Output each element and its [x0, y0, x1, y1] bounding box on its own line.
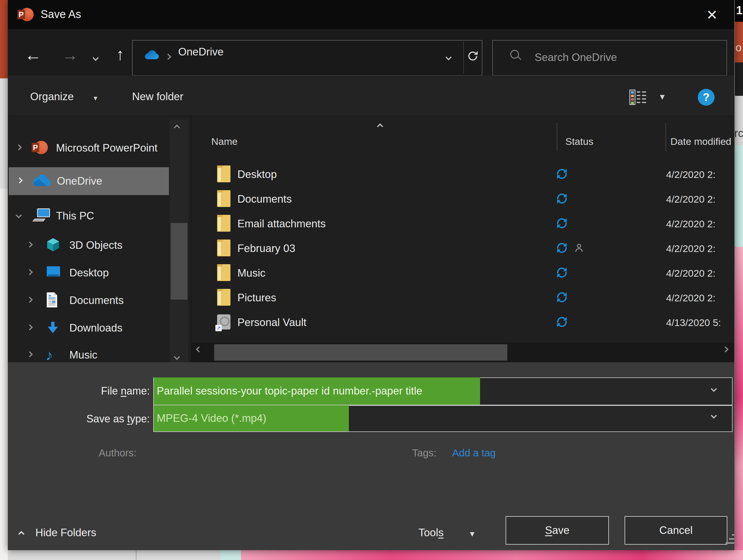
date-modified: 4/2/2020 2:: [666, 218, 715, 229]
file-row-pictures[interactable]: Pictures4/2/2020 2:: [191, 285, 734, 310]
up-icon[interactable]: ↑: [116, 46, 124, 63]
save-as-type-dropdown-icon[interactable]: [712, 414, 716, 419]
chevron-right-icon[interactable]: [28, 243, 32, 248]
organize-button[interactable]: Organize: [30, 91, 74, 103]
back-icon[interactable]: ←: [25, 46, 42, 63]
sidebar-item-label: Desktop: [70, 267, 109, 279]
forward-icon: →: [61, 46, 78, 63]
shared-icon: [573, 243, 584, 255]
scroll-down-icon[interactable]: [175, 355, 179, 360]
file-row-personal-vault[interactable]: ↗Personal Vault4/13/2020 5:: [191, 310, 734, 335]
background-strip: [0, 78, 8, 189]
date-modified: 4/2/2020 2:: [666, 243, 715, 254]
file-name-input[interactable]: Parallel sessions-your topic-paper id nu…: [153, 377, 733, 405]
file-name: Documents: [237, 193, 292, 205]
file-row-documents[interactable]: Documents4/2/2020 2:: [191, 187, 734, 211]
sidebar-item-downloads[interactable]: Downloads: [8, 314, 169, 342]
background-slide-strip: [734, 145, 743, 247]
music-icon: ♪: [46, 347, 53, 362]
sidebar-item-microsoft-powerpoint[interactable]: PMicrosoft PowerPoint: [8, 134, 169, 162]
background-divider: [136, 550, 136, 560]
chevron-right-icon[interactable]: [28, 352, 32, 358]
authors-label: Authors:: [99, 447, 136, 459]
folder-icon: [217, 190, 230, 208]
background-ribbon-strip: [0, 0, 8, 78]
file-name: Email attachments: [237, 218, 325, 230]
sidebar-item-3d-objects[interactable]: 3D Objects: [8, 231, 169, 259]
tags-label: Tags:: [412, 447, 437, 459]
screen: 1 o rc P Save As ✕ ← → ↑ OneDrive: [0, 0, 743, 560]
sync-status-icon: [555, 291, 569, 305]
file-name: Music: [237, 267, 266, 279]
new-folder-button[interactable]: New folder: [132, 91, 183, 103]
sidebar-scrollbar-thumb[interactable]: [171, 223, 187, 300]
organize-dropdown-icon[interactable]: ▼: [92, 95, 99, 102]
save-as-type-highlight: MPEG-4 Video (*.mp4): [154, 405, 349, 431]
sidebar-item-documents[interactable]: Documents: [8, 287, 169, 314]
sidebar-item-onedrive[interactable]: OneDrive: [9, 167, 169, 195]
save-as-type-label: Save as type:: [69, 413, 150, 425]
sidebar-item-desktop[interactable]: Desktop: [8, 259, 169, 287]
sync-status-icon: [555, 217, 569, 231]
file-row-february-03[interactable]: February 034/2/2020 2:: [191, 236, 734, 261]
file-row-music[interactable]: Music4/2/2020 2:: [191, 261, 734, 285]
folder-icon: [217, 240, 230, 258]
background-fragment: 1: [734, 0, 743, 22]
background-strip: [8, 550, 221, 560]
chevron-right-icon[interactable]: [28, 270, 32, 275]
folder-icon: [217, 264, 230, 282]
date-modified: 4/13/2020 5:: [666, 317, 721, 328]
background-strip: [734, 62, 743, 96]
sidebar-item-label: Music: [70, 349, 97, 361]
file-name-dropdown-icon[interactable]: [712, 387, 716, 392]
cancel-button[interactable]: Cancel: [624, 516, 727, 545]
objects3d-icon: [46, 237, 61, 253]
file-name: Desktop: [237, 168, 277, 181]
downloads-icon: [46, 320, 60, 336]
chevron-right-icon[interactable]: [17, 178, 22, 184]
scroll-left-icon[interactable]: [197, 347, 201, 353]
date-modified: 4/2/2020 2:: [666, 193, 715, 205]
chevron-right-icon[interactable]: [28, 298, 32, 303]
file-name: February 03: [237, 243, 296, 255]
file-name-label: File name:: [69, 385, 150, 397]
file-name: Personal Vault: [237, 316, 306, 329]
tools-dropdown-icon[interactable]: ▼: [469, 529, 476, 539]
scroll-right-icon[interactable]: [723, 347, 728, 353]
hide-folders-icon: [19, 532, 24, 537]
folder-icon: [217, 289, 230, 307]
dialog-title: Save As: [41, 8, 81, 20]
save-as-type-value: MPEG-4 Video (*.mp4): [154, 412, 266, 424]
scroll-up-icon[interactable]: [175, 125, 179, 131]
save-button[interactable]: Save: [506, 516, 609, 545]
sidebar-item-label: This PC: [56, 210, 94, 222]
sidebar-item-this-pc[interactable]: This PC: [8, 202, 169, 230]
tools-button[interactable]: Tools: [419, 527, 443, 539]
sync-status-icon: [555, 266, 569, 281]
sync-status-icon: [555, 167, 569, 182]
chevron-right-icon[interactable]: [16, 145, 21, 151]
chevron-down-icon[interactable]: [16, 213, 21, 219]
file-row-desktop[interactable]: Desktop4/2/2020 2:: [191, 162, 734, 187]
resize-grip-icon[interactable]: [722, 534, 734, 548]
thispc-icon: [32, 208, 51, 224]
horizontal-scrollbar-thumb[interactable]: [214, 344, 507, 360]
folder-icon: [217, 166, 230, 183]
recent-locations-icon[interactable]: [93, 56, 98, 61]
powerpoint-icon: P: [17, 7, 34, 21]
sidebar-item-label: Downloads: [70, 322, 123, 334]
add-tag-link[interactable]: Add a tag: [452, 447, 496, 459]
hide-folders-button[interactable]: Hide Folders: [35, 527, 96, 539]
desktop-icon: [46, 265, 61, 281]
onedrive-icon: [144, 50, 160, 61]
sidebar-item-label: OneDrive: [57, 175, 102, 187]
sync-status-icon: [555, 192, 569, 206]
file-name-value: Parallel sessions-your topic-paper id nu…: [154, 385, 422, 397]
sync-status-icon: [555, 315, 569, 330]
background-strip: [0, 189, 8, 560]
save-as-type-select[interactable]: MPEG-4 Video (*.mp4): [153, 405, 733, 432]
chevron-right-icon[interactable]: [28, 325, 32, 331]
file-row-email-attachments[interactable]: Email attachments4/2/2020 2:: [191, 211, 734, 236]
file-name-highlight: Parallel sessions-your topic-paper id nu…: [154, 377, 480, 405]
folder-icon: [217, 215, 230, 233]
